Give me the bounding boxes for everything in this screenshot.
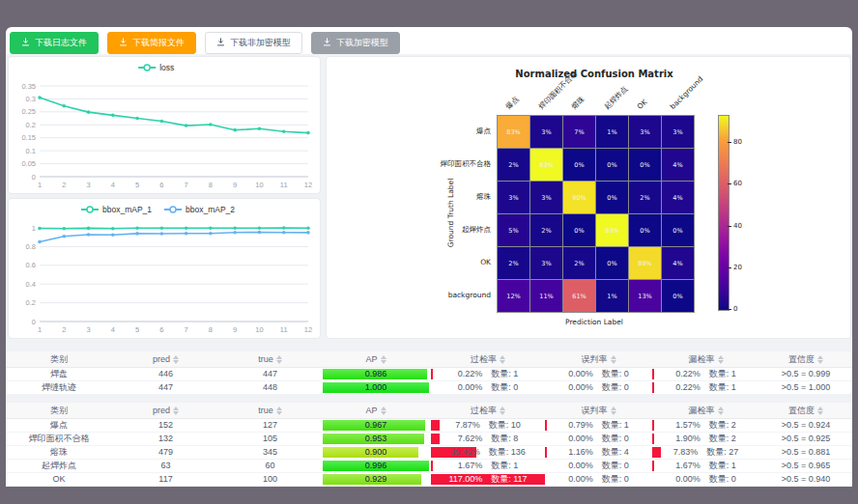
download-icon	[323, 38, 331, 48]
matrix-row-label: background	[327, 291, 491, 299]
table-row: 焊印面积不合格1321050.9537.62%数量: 80.00%数量: 01.…	[6, 433, 852, 446]
confusion-matrix-xlabel: Prediction Label	[498, 318, 691, 326]
table-header-row: 类别predtrueAP过检率误判率漏检率置信度	[6, 403, 852, 419]
column-header-label: 误判率	[582, 405, 608, 417]
sort-caret-icon[interactable]	[718, 406, 724, 415]
download-button-1[interactable]: 下载简报文件	[107, 32, 196, 54]
matrix-cell: 2%	[498, 247, 529, 279]
misjudge-rate-percent: 1.16%	[568, 447, 593, 457]
misjudge-rate-count: 数量: 4	[602, 447, 629, 457]
svg-text:1: 1	[38, 325, 42, 334]
misjudge-rate-cell: 0.00%数量: 0	[545, 433, 652, 446]
download-button-3[interactable]: 下载加密模型	[311, 32, 400, 54]
missed-rate-count: 数量: 1	[709, 461, 736, 470]
column-header-1[interactable]: pred	[112, 403, 219, 419]
matrix-cell: 7%	[563, 116, 595, 148]
overdetect-rate-text: 0.00%数量: 0	[458, 382, 519, 392]
missed-rate-text: 0.22%数量: 1	[675, 382, 736, 392]
segmentation-metrics-table: 类别predtrueAP过检率误判率漏检率置信度焊盘4464470.9860.2…	[6, 351, 852, 395]
svg-text:0.05: 0.05	[21, 159, 36, 168]
missed-rate-text: 7.83%数量: 27	[673, 447, 739, 457]
legend-item-bbox_mAP_1[interactable]: bbox_mAP_1	[81, 205, 152, 214]
overdetect-rate-text: 117.00%数量: 117	[448, 474, 527, 484]
column-header-3[interactable]: AP	[321, 351, 431, 368]
missed-rate-percent: 0.22%	[675, 369, 701, 378]
sort-caret-icon[interactable]	[173, 355, 179, 364]
pred-count-cell: 132	[112, 433, 219, 446]
download-icon	[21, 38, 30, 48]
svg-text:0.2: 0.2	[26, 121, 36, 129]
overdetect-rate-bar	[431, 420, 440, 431]
column-header-5[interactable]: 误判率	[545, 403, 652, 419]
sort-caret-icon[interactable]	[381, 406, 386, 415]
defect-metrics-table: 类别predtrueAP过检率误判率漏检率置信度爆点1521270.9677.8…	[6, 403, 852, 487]
ap-cell: 0.929	[321, 473, 431, 487]
column-header-6[interactable]: 漏检率	[652, 403, 759, 419]
column-header-7[interactable]: 置信度	[759, 403, 852, 419]
missed-rate-text: 1.90%数量: 2	[675, 434, 736, 443]
download-button-label: 下载日志文件	[35, 37, 87, 49]
column-header-6[interactable]: 漏检率	[652, 351, 759, 368]
download-button-0[interactable]: 下载日志文件	[10, 32, 99, 54]
sort-caret-icon[interactable]	[276, 355, 282, 364]
colorbar-tick: 80	[733, 139, 742, 146]
sort-caret-icon[interactable]	[276, 406, 282, 415]
sort-caret-icon[interactable]	[381, 355, 386, 364]
missed-rate-cell: 7.83%数量: 27	[652, 446, 759, 460]
matrix-row-label: 焊印面积不合格	[327, 159, 491, 168]
sort-desc-icon	[381, 360, 386, 364]
missed-rate-bar	[652, 369, 654, 379]
matrix-cell: 1%	[596, 280, 628, 312]
ap-bar-wrap: 0.929	[323, 474, 429, 485]
content-window: 下载日志文件下载简报文件下载非加密模型下载加密模型 00.050.10.150.…	[6, 27, 852, 483]
overdetect-rate-cell: 7.62%数量: 8	[431, 433, 545, 446]
download-button-2[interactable]: 下载非加密模型	[205, 32, 302, 54]
svg-text:0: 0	[32, 318, 36, 326]
legend-item-loss[interactable]: loss	[138, 63, 174, 72]
misjudge-rate-text: 0.00%数量: 0	[568, 474, 629, 484]
colorbar-tick: 40	[733, 223, 742, 230]
misjudge-rate-text: 0.00%数量: 0	[568, 461, 629, 470]
loss-chart-card: 00.050.10.150.20.250.30.3512345678910111…	[8, 56, 321, 194]
sort-caret-icon[interactable]	[718, 355, 724, 364]
misjudge-rate-cell: 0.79%数量: 1	[545, 419, 652, 433]
column-header-1[interactable]: pred	[112, 351, 219, 368]
true-count-cell: 105	[219, 433, 321, 446]
missed-rate-count: 数量: 2	[709, 434, 736, 443]
missed-rate-count: 数量: 1	[709, 382, 736, 392]
sort-caret-icon[interactable]	[817, 406, 823, 415]
sort-caret-icon[interactable]	[500, 355, 505, 364]
column-header-label: pred	[153, 406, 170, 415]
misjudge-rate-percent: 0.00%	[568, 434, 593, 443]
sort-asc-icon	[276, 355, 282, 359]
sort-asc-icon	[276, 406, 282, 410]
column-header-4[interactable]: 过检率	[431, 403, 545, 419]
true-count-cell: 60	[219, 460, 321, 473]
sort-caret-icon[interactable]	[817, 355, 823, 364]
column-header-2[interactable]: true	[219, 403, 321, 419]
missed-rate-bar	[652, 434, 654, 444]
sort-caret-icon[interactable]	[500, 406, 505, 415]
matrix-colorbar	[718, 115, 729, 311]
download-button-label: 下载加密模型	[336, 37, 388, 49]
confidence-cell: >0.5 = 1.000	[759, 381, 852, 395]
column-header-2[interactable]: true	[219, 351, 321, 368]
ap-cell: 0.986	[321, 368, 431, 381]
svg-text:0.35: 0.35	[21, 82, 36, 91]
legend-item-bbox_mAP_2[interactable]: bbox_mAP_2	[164, 205, 235, 214]
sort-caret-icon[interactable]	[173, 406, 179, 415]
column-header-5[interactable]: 误判率	[545, 351, 652, 368]
svg-text:bbox_mAP_2: bbox_mAP_2	[186, 205, 235, 214]
column-header-label: 漏检率	[689, 353, 715, 366]
sort-caret-icon[interactable]	[611, 406, 616, 415]
sort-asc-icon	[718, 406, 724, 410]
column-header-7[interactable]: 置信度	[759, 351, 852, 368]
svg-text:0.15: 0.15	[21, 133, 36, 142]
misjudge-rate-text: 0.79%数量: 1	[568, 420, 629, 430]
column-header-4[interactable]: 过检率	[431, 351, 545, 368]
column-header-3[interactable]: AP	[321, 403, 431, 419]
matrix-cell: 3%	[530, 116, 562, 148]
missed-rate-percent: 1.90%	[675, 434, 701, 443]
ap-bar-wrap: 0.996	[323, 461, 429, 471]
sort-caret-icon[interactable]	[611, 355, 616, 364]
